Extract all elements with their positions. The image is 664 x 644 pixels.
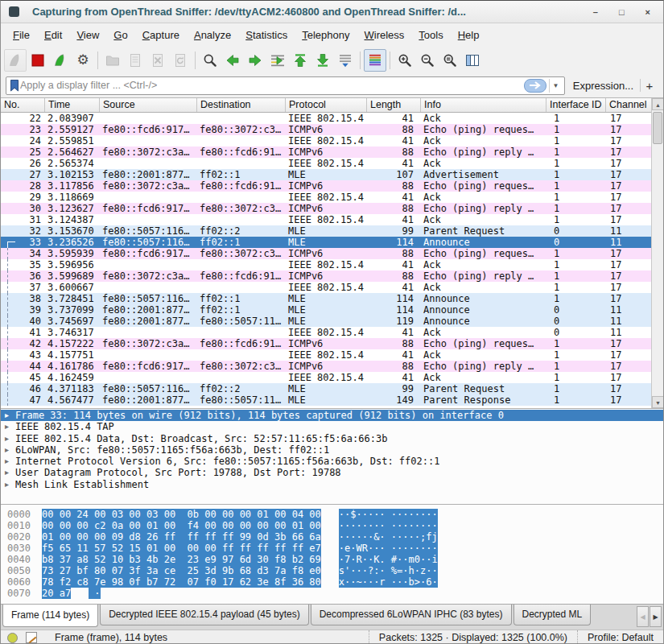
- hex-row-0000[interactable]: 000000 00 24 00 03 00 03 00 0b 00 00 00 …: [1, 509, 663, 520]
- detail-line-5[interactable]: ▸User Datagram Protocol, Src Port: 19788…: [1, 467, 663, 478]
- hex-bytes[interactable]: 78 f2 c8 7e 98 0f b7 72 07 f0 17 62 3e 8…: [42, 576, 321, 588]
- capture-comment-icon[interactable]: [26, 632, 37, 643]
- scroll-up-arrow-icon[interactable]: ▲: [652, 98, 664, 110]
- column-header-no-[interactable]: No.: [1, 98, 45, 112]
- go-last-icon[interactable]: [311, 49, 334, 72]
- detail-line-0[interactable]: ▸Frame 33: 114 bytes on wire (912 bits),…: [1, 410, 663, 421]
- resize-columns-icon[interactable]: [461, 49, 484, 72]
- expander-triangle-icon[interactable]: ▸: [5, 467, 9, 478]
- packet-row-28[interactable]: 283.117856fe80::3072:c3a…fe80::fcd6:91…I…: [1, 180, 651, 192]
- capture-options-icon[interactable]: ⚙: [72, 49, 94, 72]
- close-button[interactable]: ×: [645, 8, 650, 16]
- hex-bytes[interactable]: 00 00 00 c2 0a 00 01 00 f4 00 00 00 00 0…: [42, 520, 321, 531]
- expression-button[interactable]: Expression...: [573, 80, 633, 92]
- byte-view-tab-3[interactable]: Decrypted ML: [513, 605, 592, 625]
- packet-row-37[interactable]: 373.600667IEEE 802.15.441Ack117: [1, 282, 651, 293]
- hex-ascii[interactable]: ······&· ·····;fj: [339, 531, 438, 543]
- packet-row-40[interactable]: 403.745697fe80::2001:877…fe80::5057:11…M…: [1, 316, 651, 327]
- packet-row-33[interactable]: 333.236526fe80::5057:116…ff02::1MLE114An…: [1, 237, 651, 248]
- packet-row-26[interactable]: 262.565374IEEE 802.15.441Ack117: [1, 158, 651, 169]
- packet-row-34[interactable]: 343.595939fe80::fcd6:917…fe80::3072:c3…I…: [1, 248, 651, 259]
- packet-row-31[interactable]: 313.124387IEEE 802.15.441Ack117: [1, 214, 651, 225]
- packet-row-42[interactable]: 424.157222fe80::3072:c3a…fe80::fcd6:91…I…: [1, 338, 651, 349]
- detail-line-3[interactable]: ▸6LoWPAN, Src: fe80::5057:1165:f56a:663b…: [1, 444, 663, 456]
- packet-row-39[interactable]: 393.737099fe80::2001:877…ff02::1MLE114An…: [1, 304, 651, 316]
- hex-row-0060[interactable]: 006078 f2 c8 7e 98 0f b7 72 07 f0 17 62 …: [1, 576, 663, 588]
- hex-bytes[interactable]: 01 00 00 00 09 d8 26 ff ff ff ff 99 0d 3…: [42, 531, 321, 543]
- menu-file[interactable]: File: [6, 26, 37, 44]
- expander-triangle-icon[interactable]: ▸: [5, 456, 9, 467]
- menu-wireless[interactable]: Wireless: [357, 26, 412, 44]
- hex-ascii[interactable]: ········ ········: [339, 520, 438, 531]
- find-packet-icon[interactable]: [199, 49, 221, 72]
- menu-capture[interactable]: Capture: [135, 26, 187, 44]
- packet-row-41[interactable]: 413.746317IEEE 802.15.441Ack011: [1, 327, 651, 338]
- go-first-icon[interactable]: [289, 49, 311, 72]
- scroll-down-arrow-icon[interactable]: ▼: [652, 396, 664, 408]
- hex-row-0010[interactable]: 001000 00 00 c2 0a 00 01 00 f4 00 00 00 …: [1, 520, 663, 531]
- hex-row-0020[interactable]: 002001 00 00 00 09 d8 26 ff ff ff ff 99 …: [1, 531, 663, 543]
- detail-line-6[interactable]: ▸Mesh Link Establishment: [1, 479, 663, 490]
- tab-scroll-left-icon[interactable]: ◀: [637, 606, 649, 627]
- packet-row-27[interactable]: 273.102153fe80::2001:877…ff02::1MLE107Ad…: [1, 169, 651, 180]
- menu-telephony[interactable]: Telephony: [295, 26, 357, 44]
- filter-history-dropdown[interactable]: ▼: [549, 79, 562, 93]
- start-capture-icon[interactable]: [4, 49, 27, 72]
- byte-view-tab-2[interactable]: Decompressed 6LoWPAN IPHC (83 bytes): [311, 605, 512, 625]
- hex-row-0070[interactable]: 007020 a7 ·: [1, 588, 663, 599]
- reload-file-icon[interactable]: [169, 49, 192, 72]
- menu-tools[interactable]: Tools: [411, 26, 450, 44]
- menu-edit[interactable]: Edit: [37, 26, 69, 44]
- hex-row-0040[interactable]: 0040b8 37 a8 52 10 b3 4b 2e 23 e9 97 6d …: [1, 554, 663, 565]
- hex-ascii[interactable]: s'···?:· %=·h·z··: [339, 565, 438, 576]
- hex-ascii[interactable]: ·7·R··K. #··m0··i: [339, 554, 438, 565]
- zoom-out-icon[interactable]: [416, 49, 439, 72]
- column-header-protocol[interactable]: Protocol: [286, 98, 367, 112]
- packet-row-29[interactable]: 293.118669IEEE 802.15.441Ack117: [1, 192, 651, 203]
- expander-triangle-icon[interactable]: ▸: [5, 479, 9, 490]
- hex-bytes[interactable]: 20 a7: [42, 588, 71, 599]
- menu-go[interactable]: Go: [106, 26, 134, 44]
- detail-line-1[interactable]: ▸IEEE 802.15.4 TAP: [1, 421, 663, 432]
- column-header-time[interactable]: Time: [45, 98, 100, 112]
- hex-ascii[interactable]: x··~···r ···b>·6·: [339, 576, 438, 588]
- menu-analyze[interactable]: Analyze: [187, 26, 238, 44]
- packet-row-38[interactable]: 383.728451fe80::5057:116…ff02::1MLE114An…: [1, 293, 651, 304]
- expander-triangle-icon[interactable]: ▸: [5, 444, 9, 456]
- tab-scroll-right-icon[interactable]: ▶: [650, 606, 662, 627]
- save-file-icon[interactable]: [124, 49, 146, 72]
- detail-line-2[interactable]: ▸IEEE 802.15.4 Data, Dst: Broadcast, Src…: [1, 433, 663, 444]
- status-profile[interactable]: Profile: Default: [577, 630, 663, 644]
- column-header-info[interactable]: Info: [421, 98, 546, 112]
- go-forward-icon[interactable]: [244, 49, 266, 72]
- column-header-length[interactable]: Length: [367, 98, 421, 112]
- byte-view-tab-0[interactable]: Frame (114 bytes): [2, 605, 98, 627]
- zoom-in-icon[interactable]: [394, 49, 416, 72]
- column-header-interface-id[interactable]: Interface ID: [546, 98, 606, 112]
- packet-row-35[interactable]: 353.596956IEEE 802.15.441Ack117: [1, 259, 651, 270]
- splitter-handle[interactable]: ······: [316, 504, 336, 506]
- restart-capture-icon[interactable]: [49, 49, 72, 72]
- hex-bytes[interactable]: f5 65 11 57 52 15 01 00 00 00 ff ff ff f…: [42, 543, 321, 554]
- expander-triangle-icon[interactable]: ▸: [5, 421, 9, 432]
- packet-row-25[interactable]: 252.564627fe80::3072:c3a…fe80::fcd6:91…I…: [1, 147, 651, 158]
- bookmark-icon[interactable]: [9, 79, 20, 93]
- packet-row-47[interactable]: 474.567477fe80::2001:877…fe80::5057:11…M…: [1, 394, 651, 406]
- hex-row-0030[interactable]: 0030f5 65 11 57 52 15 01 00 00 00 ff ff …: [1, 543, 663, 554]
- hex-ascii[interactable]: ··$····· ········: [339, 509, 438, 520]
- packet-row-44[interactable]: 444.161786fe80::fcd6:917…fe80::3072:c3…I…: [1, 361, 651, 372]
- hex-bytes[interactable]: 00 00 24 00 03 00 03 00 0b 00 00 00 01 0…: [42, 509, 321, 520]
- packet-row-30[interactable]: 303.123627fe80::fcd6:917…fe80::3072:c3…I…: [1, 203, 651, 214]
- packet-row-24[interactable]: 242.559851IEEE 802.15.441Ack117: [1, 135, 651, 147]
- go-back-icon[interactable]: [221, 49, 244, 72]
- close-file-icon[interactable]: [146, 49, 169, 72]
- expert-info-icon[interactable]: [7, 633, 18, 643]
- packet-row-32[interactable]: 323.153670fe80::5057:116…ff02::2MLE99Par…: [1, 225, 651, 237]
- hex-ascii[interactable]: ·: [89, 588, 100, 599]
- hex-bytes[interactable]: b8 37 a8 52 10 b3 4b 2e 23 e9 97 6d 30 f…: [42, 554, 321, 565]
- display-filter-input[interactable]: [20, 80, 524, 91]
- packet-row-36[interactable]: 363.599689fe80::3072:c3a…fe80::fcd6:91…I…: [1, 270, 651, 282]
- expander-triangle-icon[interactable]: ▸: [5, 410, 9, 421]
- expander-triangle-icon[interactable]: ▸: [5, 433, 9, 444]
- hex-bytes[interactable]: 73 27 bf 80 07 3f 3a ce 25 3d 9b 68 d3 7…: [42, 565, 321, 576]
